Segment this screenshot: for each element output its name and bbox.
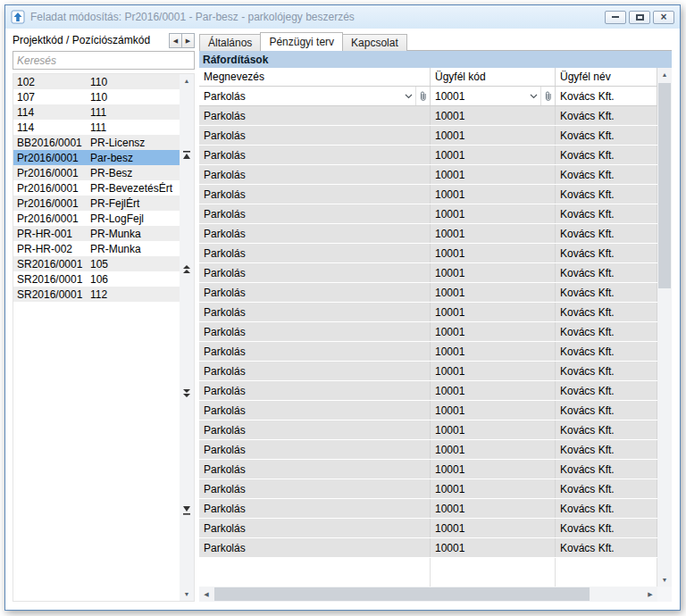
scroll-down-button[interactable]: ▼ xyxy=(657,573,672,587)
tab-penzugyi-terv[interactable]: Pénzügyi terv xyxy=(260,32,343,51)
table-row[interactable]: Parkolás10001Kovács Kft. xyxy=(199,401,657,420)
table-row[interactable]: Parkolás10001Kovács Kft. xyxy=(199,440,657,460)
list-item[interactable]: SR2016/0001112 xyxy=(13,287,180,302)
horizontal-scrollbar[interactable]: ◀ ▶ xyxy=(199,587,657,602)
table-cell: Kovács Kft. xyxy=(556,165,657,184)
scroll-up-button[interactable]: ▲ xyxy=(180,74,194,87)
list-item-cell: 114 xyxy=(13,106,90,119)
list-item-cell: 106 xyxy=(90,273,180,286)
prev-column-button[interactable]: ◀ xyxy=(169,33,182,48)
table-row[interactable]: Parkolás10001Kovács Kft. xyxy=(199,303,657,322)
table-cell: Parkolás xyxy=(199,126,431,145)
table-row[interactable]: Parkolás10001Kovács Kft. xyxy=(199,224,657,244)
list-item-cell: 111 xyxy=(90,121,180,134)
scroll-up-icon: ▲ xyxy=(662,71,668,78)
maximize-button[interactable] xyxy=(629,11,650,24)
list-item[interactable]: Pr2016/0001PR-Besz xyxy=(13,165,180,180)
paperclip-icon[interactable] xyxy=(540,87,555,105)
list-item[interactable]: SR2016/0001105 xyxy=(13,256,180,271)
table-cell: Kovács Kft. xyxy=(556,362,657,380)
tab-altalanos[interactable]: Általános xyxy=(199,34,261,51)
list-item[interactable]: BB2016/0001PR-Licensz xyxy=(13,135,180,150)
list-item-cell: Pr2016/0001 xyxy=(13,182,90,195)
table-row[interactable]: Parkolás10001Kovács Kft. xyxy=(199,479,657,499)
table-row[interactable]: Parkolás10001Kovács Kft. xyxy=(199,420,657,440)
table-row[interactable]: Parkolás10001Kovács Kft. xyxy=(199,460,657,479)
table-cell: 10001 xyxy=(431,440,556,459)
scroll-marker-bottom-icon[interactable] xyxy=(182,506,191,515)
list-item-cell: 112 xyxy=(90,288,180,301)
scrollbar-thumb[interactable] xyxy=(214,587,590,601)
titlebar[interactable]: Feladat módosítás: Pr2016/0001 - Par-bes… xyxy=(5,5,680,29)
list-item[interactable]: PR-HR-001PR-Munka xyxy=(13,226,180,241)
search-input[interactable] xyxy=(13,51,195,70)
table-row[interactable]: Parkolás10001Kovács Kft. xyxy=(199,519,657,538)
paperclip-icon[interactable] xyxy=(415,87,430,105)
list-item-cell: PR-BevezetésÉrt xyxy=(90,182,180,195)
table-row[interactable]: Parkolás10001Kovács Kft. xyxy=(199,499,657,519)
table-row[interactable]: Parkolás10001Kovács Kft. xyxy=(199,263,657,283)
scroll-left-button[interactable]: ◀ xyxy=(199,587,213,602)
list-item[interactable]: 102110 xyxy=(13,74,180,89)
table-row[interactable]: Parkolás10001Kovács Kft. xyxy=(199,362,657,381)
next-column-button[interactable]: ▶ xyxy=(181,33,195,48)
list-item[interactable]: 114111 xyxy=(13,120,180,135)
table-row[interactable]: Parkolás10001Kovács Kft. xyxy=(199,322,657,342)
table-cell: Parkolás xyxy=(199,165,431,184)
column-header-ugyfel-kod[interactable]: Ügyfél kód xyxy=(431,68,556,86)
chevron-down-icon[interactable] xyxy=(526,87,540,105)
scroll-marker-up-icon[interactable] xyxy=(182,265,191,274)
table-row[interactable]: Parkolás10001Kovács Kft. xyxy=(199,106,657,126)
tab-kapcsolat[interactable]: Kapcsolat xyxy=(342,34,407,51)
close-button[interactable]: × xyxy=(653,11,674,24)
list-item[interactable]: Pr2016/0001Par-besz xyxy=(13,150,180,165)
table-row[interactable]: Parkolás10001Kovács Kft. xyxy=(199,244,657,263)
scroll-marker-down-icon[interactable] xyxy=(182,389,191,398)
scroll-right-icon: ▶ xyxy=(648,591,652,597)
scroll-right-button[interactable]: ▶ xyxy=(643,587,657,602)
scroll-marker-top-icon[interactable] xyxy=(182,151,191,160)
list-item[interactable]: PR-HR-002PR-Munka xyxy=(13,241,180,256)
table-cell: 10001 xyxy=(431,401,556,420)
table-row[interactable]: Parkolás10001Kovács Kft. xyxy=(199,204,657,224)
list-item-cell: PR-Munka xyxy=(90,228,180,240)
left-arrow-icon: ◀ xyxy=(173,37,178,44)
table-row[interactable]: Parkolás10001Kovács Kft. xyxy=(199,381,657,401)
megnevezes-editor[interactable]: Parkolás xyxy=(199,87,431,105)
table-cell: 10001 xyxy=(431,303,556,321)
table-row[interactable]: Parkolás10001Kovács Kft. xyxy=(199,126,657,146)
table-row[interactable]: Parkolás10001Kovács Kft. xyxy=(199,146,657,165)
table-cell: 10001 xyxy=(431,283,556,302)
list-scrollbar[interactable]: ▲ ▼ xyxy=(180,74,194,601)
table-row[interactable]: Parkolás10001Kovács Kft. xyxy=(199,342,657,362)
list-item-cell: 111 xyxy=(90,106,180,119)
table-row[interactable]: Parkolás10001Kovács Kft. xyxy=(199,538,657,558)
list-item[interactable]: Pr2016/0001PR-BevezetésÉrt xyxy=(13,180,180,196)
column-header-ugyfel-nev[interactable]: Ügyfél név xyxy=(556,68,657,86)
list-item[interactable]: 107110 xyxy=(13,89,180,104)
column-header-megnevezes[interactable]: Megnevezés xyxy=(199,68,431,86)
minimize-button[interactable] xyxy=(605,11,626,24)
grid-header-row: MegnevezésÜgyfél kódÜgyfél név xyxy=(199,68,657,87)
table-row[interactable]: Parkolás10001Kovács Kft. xyxy=(199,165,657,185)
editor-buttons xyxy=(526,87,555,105)
list-item[interactable]: SR2016/0001106 xyxy=(13,271,180,287)
table-cell: Kovács Kft. xyxy=(556,342,657,361)
chevron-down-icon[interactable] xyxy=(401,87,415,105)
ugyfel-kod-editor[interactable]: 10001 xyxy=(431,87,556,105)
empty-row xyxy=(199,558,657,587)
table-row[interactable]: Parkolás10001Kovács Kft. xyxy=(199,283,657,303)
list-item-cell: 114 xyxy=(13,121,90,134)
list-item[interactable]: Pr2016/0001PR-LogFejl xyxy=(13,211,180,226)
list-item[interactable]: Pr2016/0001PR-FejlÉrt xyxy=(13,196,180,211)
vertical-scrollbar[interactable]: ▲ ▼ xyxy=(657,68,672,587)
scroll-up-button[interactable]: ▲ xyxy=(657,68,672,81)
scroll-down-button[interactable]: ▼ xyxy=(180,587,194,601)
scrollbar-thumb[interactable] xyxy=(658,83,671,288)
table-cell: 10001 xyxy=(431,263,556,282)
list-item-cell: BB2016/0001 xyxy=(13,137,90,149)
scroll-left-icon: ◀ xyxy=(204,591,208,597)
list-item[interactable]: 114111 xyxy=(13,104,180,120)
table-row[interactable]: Parkolás10001Kovács Kft. xyxy=(199,185,657,204)
table-cell: Kovács Kft. xyxy=(556,538,657,557)
